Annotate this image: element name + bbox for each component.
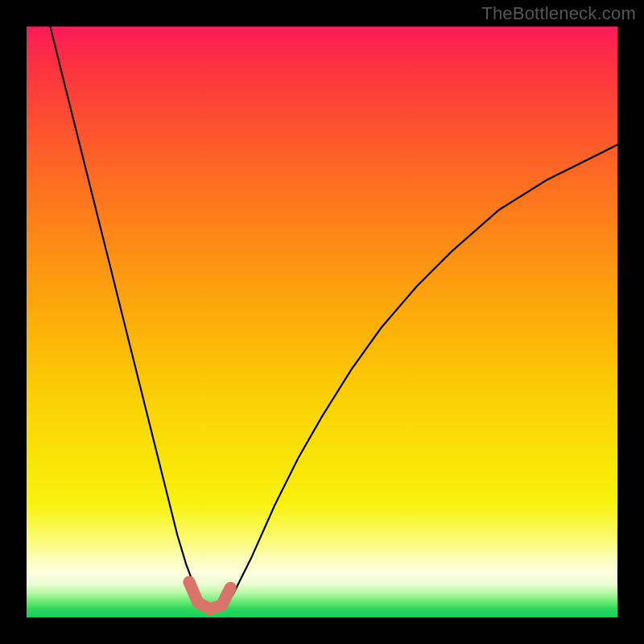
bottleneck-minimum-marker	[189, 582, 230, 609]
curve-svg	[27, 27, 617, 617]
attribution-label: TheBottleneck.com	[481, 3, 636, 24]
bottleneck-curve	[50, 27, 617, 610]
chart-frame: TheBottleneck.com	[0, 0, 644, 644]
plot-area	[27, 27, 617, 617]
